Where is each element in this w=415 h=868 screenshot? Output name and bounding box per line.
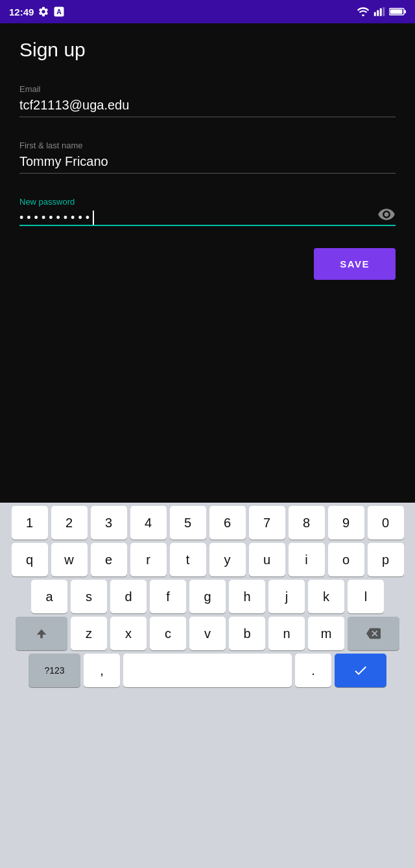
svg-rect-4 — [380, 8, 382, 16]
wifi-icon — [357, 6, 370, 17]
key-y[interactable]: y — [209, 543, 246, 577]
svg-rect-8 — [404, 10, 406, 14]
key-l[interactable]: l — [348, 580, 384, 613]
key-s[interactable]: s — [71, 580, 107, 613]
key-f[interactable]: f — [150, 580, 186, 613]
backspace-icon — [365, 626, 382, 641]
save-btn-wrapper: SAVE — [19, 248, 396, 280]
key-p[interactable]: p — [368, 543, 404, 577]
app-area: Sign up Email First & last name New pass… — [0, 23, 415, 503]
key-0[interactable]: 0 — [368, 506, 404, 540]
svg-rect-2 — [374, 12, 376, 16]
key-j[interactable]: j — [268, 580, 305, 613]
period-key[interactable]: . — [295, 654, 331, 687]
key-q[interactable]: q — [12, 543, 48, 577]
key-3[interactable]: 3 — [91, 506, 127, 540]
key-u[interactable]: u — [249, 543, 285, 577]
comma-key[interactable]: , — [84, 654, 120, 687]
keyboard-z-row: z x c v b n m — [0, 613, 415, 650]
status-left: 12:49 A — [9, 6, 65, 17]
email-input[interactable] — [19, 98, 396, 117]
key-x[interactable]: x — [110, 617, 147, 650]
battery-icon — [389, 7, 406, 16]
eye-icon — [377, 205, 396, 223]
key-g[interactable]: g — [189, 580, 226, 613]
signal-icon — [374, 6, 385, 17]
status-bar: 12:49 A — [0, 0, 415, 23]
backspace-key[interactable] — [348, 617, 399, 650]
enter-key[interactable] — [335, 654, 386, 687]
text-cursor — [93, 211, 94, 225]
password-group: New password •••••••••• — [19, 197, 396, 225]
email-label: Email — [19, 84, 396, 94]
shift-key[interactable] — [16, 617, 67, 650]
key-k[interactable]: k — [308, 580, 344, 613]
key-a[interactable]: a — [31, 580, 67, 613]
password-wrapper: •••••••••• — [19, 211, 396, 225]
key-i[interactable]: i — [289, 543, 325, 577]
key-r[interactable]: r — [130, 543, 167, 577]
key-d[interactable]: d — [110, 580, 147, 613]
key-v[interactable]: v — [189, 617, 226, 650]
keyboard-area: 1 2 3 4 5 6 7 8 9 0 q w e r t y u i o p … — [0, 503, 415, 868]
space-key[interactable] — [123, 654, 292, 687]
key-n[interactable]: n — [268, 617, 305, 650]
key-9[interactable]: 9 — [328, 506, 364, 540]
key-c[interactable]: c — [150, 617, 186, 650]
keyboard-q-row: q w e r t y u i o p — [0, 540, 415, 577]
status-time: 12:49 — [9, 6, 34, 17]
key-8[interactable]: 8 — [289, 506, 325, 540]
svg-rect-3 — [377, 10, 379, 16]
name-label: First & last name — [19, 141, 396, 150]
key-z[interactable]: z — [71, 617, 107, 650]
key-5[interactable]: 5 — [170, 506, 206, 540]
checkmark-icon — [353, 663, 368, 678]
name-group: First & last name — [19, 141, 396, 174]
name-input[interactable] — [19, 154, 396, 174]
font-a-icon: A — [53, 6, 65, 17]
settings-icon — [38, 6, 49, 17]
key-e[interactable]: e — [91, 543, 127, 577]
key-b[interactable]: b — [229, 617, 265, 650]
key-1[interactable]: 1 — [12, 506, 48, 540]
shift-icon — [34, 626, 49, 641]
key-o[interactable]: o — [328, 543, 364, 577]
keyboard-bottom-row: ?123 , . — [0, 650, 415, 691]
save-button[interactable]: SAVE — [314, 248, 396, 280]
password-dots: •••••••••• — [19, 211, 93, 224]
page-title: Sign up — [19, 39, 396, 61]
svg-rect-5 — [383, 7, 385, 16]
email-group: Email — [19, 84, 396, 117]
key-h[interactable]: h — [229, 580, 265, 613]
svg-text:A: A — [57, 8, 62, 16]
password-label: New password — [19, 197, 396, 207]
key-6[interactable]: 6 — [209, 506, 246, 540]
key-m[interactable]: m — [308, 617, 344, 650]
symbols-key[interactable]: ?123 — [29, 654, 80, 687]
svg-rect-7 — [390, 10, 403, 14]
key-w[interactable]: w — [51, 543, 88, 577]
key-4[interactable]: 4 — [130, 506, 167, 540]
key-2[interactable]: 2 — [51, 506, 88, 540]
key-t[interactable]: t — [170, 543, 206, 577]
status-right — [357, 6, 406, 17]
keyboard-a-row: a s d f g h j k l — [0, 577, 415, 613]
keyboard-numbers-row: 1 2 3 4 5 6 7 8 9 0 — [0, 503, 415, 540]
toggle-password-button[interactable] — [377, 205, 396, 231]
key-7[interactable]: 7 — [249, 506, 285, 540]
